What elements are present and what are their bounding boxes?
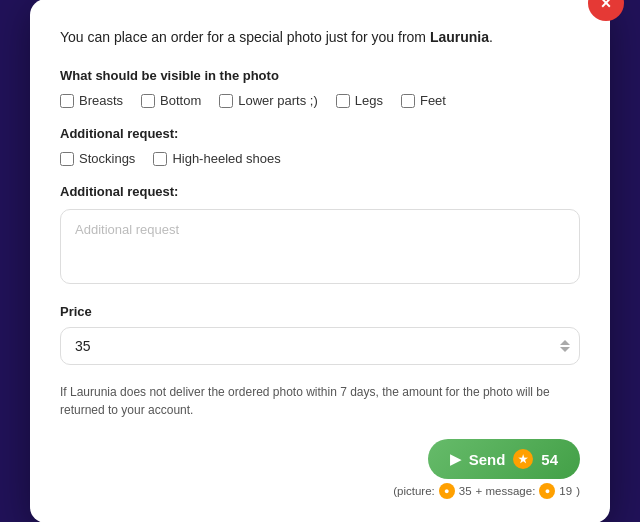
send-button[interactable]: ▶ Send ★ 54 (428, 439, 580, 479)
intro-text: You can place an order for a special pho… (60, 27, 580, 48)
picture-coin-icon: ● (439, 483, 455, 499)
price-input[interactable] (60, 327, 580, 365)
checkbox-legs[interactable] (336, 94, 350, 108)
option-breasts[interactable]: Breasts (60, 93, 123, 108)
message-coin-icon: ● (539, 483, 555, 499)
option-legs[interactable]: Legs (336, 93, 383, 108)
additional-options-group: Stockings High-heeled shoes (60, 151, 580, 166)
price-spinner[interactable] (560, 340, 570, 352)
send-label: Send (469, 451, 506, 468)
price-label: Price (60, 304, 580, 319)
spinner-down-icon[interactable] (560, 347, 570, 352)
price-input-wrap (60, 327, 580, 365)
option-high-heeled[interactable]: High-heeled shoes (153, 151, 280, 166)
send-icon: ▶ (450, 451, 461, 467)
modal-footer: ▶ Send ★ 54 (picture: ● 35 + message: ● … (60, 439, 580, 499)
checkbox-feet[interactable] (401, 94, 415, 108)
visible-options-group: Breasts Bottom Lower parts ;) Legs Feet (60, 93, 580, 108)
option-lower-parts[interactable]: Lower parts ;) (219, 93, 317, 108)
option-stockings[interactable]: Stockings (60, 151, 135, 166)
additional-section2-label: Additional request: (60, 184, 580, 199)
spinner-up-icon[interactable] (560, 340, 570, 345)
checkbox-breasts[interactable] (60, 94, 74, 108)
option-bottom[interactable]: Bottom (141, 93, 201, 108)
additional-request-textarea[interactable] (60, 209, 580, 284)
checkbox-lower-parts[interactable] (219, 94, 233, 108)
order-modal: × You can place an order for a special p… (30, 0, 610, 522)
visible-section-label: What should be visible in the photo (60, 68, 580, 83)
checkbox-stockings[interactable] (60, 152, 74, 166)
send-coin-badge: ★ (513, 449, 533, 469)
send-coin-amount: 54 (541, 451, 558, 468)
option-feet[interactable]: Feet (401, 93, 446, 108)
cost-breakdown: (picture: ● 35 + message: ● 19 ) (393, 483, 580, 499)
notice-text: If Laurunia does not deliver the ordered… (60, 383, 580, 419)
checkbox-bottom[interactable] (141, 94, 155, 108)
additional-section1-label: Additional request: (60, 126, 580, 141)
checkbox-high-heeled[interactable] (153, 152, 167, 166)
